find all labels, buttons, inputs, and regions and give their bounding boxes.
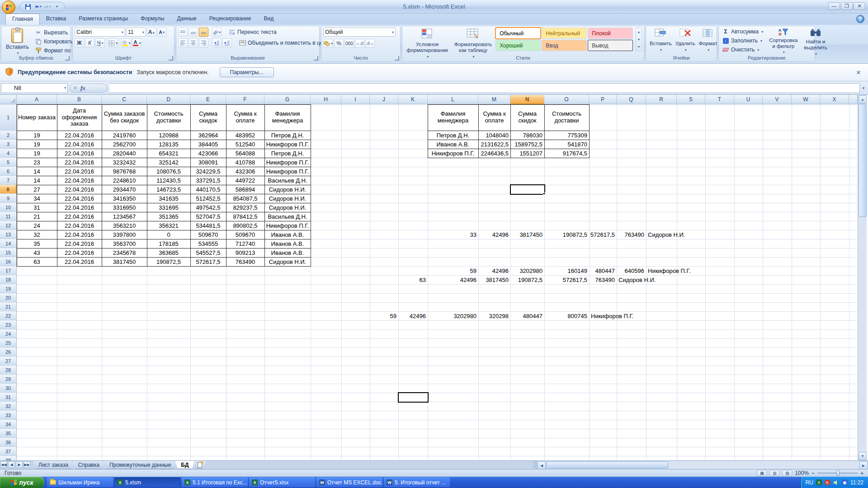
column-header-r[interactable]: R: [646, 95, 677, 104]
cell-b3[interactable]: 22.04.2016: [57, 140, 102, 149]
cell-b10[interactable]: 22.04.2016: [57, 203, 102, 212]
maximize-button[interactable]: ❐: [841, 2, 853, 10]
last-sheet-icon[interactable]: ▶▶: [24, 461, 30, 468]
page-break-view-icon[interactable]: ▨: [782, 470, 792, 476]
page-layout-view-icon[interactable]: ▥: [769, 470, 779, 476]
cell-d13[interactable]: 0: [147, 230, 191, 239]
zoom-in-icon[interactable]: +: [861, 470, 863, 476]
cell-l22[interactable]: 3202980: [428, 311, 478, 320]
sheet-tab-Лист заказа[interactable]: Лист заказа: [33, 461, 74, 469]
cell-g3[interactable]: Никифоров П.Г.: [264, 140, 311, 149]
cell-l4[interactable]: Никифоров П.Г.: [428, 149, 479, 158]
wrap-text-button[interactable]: Перенос текста: [227, 28, 278, 36]
row-header-5[interactable]: 5: [0, 158, 17, 167]
scroll-right-icon[interactable]: ▶: [859, 461, 868, 469]
cell-e7[interactable]: 337291,5: [190, 176, 226, 185]
cell-style-Вывод[interactable]: Вывод: [588, 40, 633, 51]
accounting-format-button[interactable]: ▾: [323, 39, 333, 48]
column-header-x[interactable]: X: [820, 95, 849, 104]
taskbar-button-Шильман Ирина[interactable]: Шильман Ирина: [47, 478, 113, 487]
row-header-34[interactable]: 34: [0, 420, 17, 429]
row-header-12[interactable]: 12: [0, 221, 17, 230]
column-header-l[interactable]: L: [428, 95, 478, 104]
cell-c12[interactable]: 3563210: [102, 221, 147, 230]
vertical-scrollbar[interactable]: ▲ ▼: [858, 95, 867, 460]
row-header-16[interactable]: 16: [0, 257, 17, 266]
tray-alert-icon[interactable]: K: [825, 479, 830, 485]
cell-b15[interactable]: 22.04.2016: [57, 248, 102, 258]
row-header-22[interactable]: 22: [0, 311, 17, 320]
gallery-up-icon[interactable]: ▲: [636, 28, 642, 36]
help-icon[interactable]: ?: [856, 15, 864, 23]
bordered-cell-k31[interactable]: [398, 392, 429, 403]
cell-c14[interactable]: 3563700: [102, 239, 147, 249]
row-header-8[interactable]: 8: [0, 185, 17, 194]
cell-e15[interactable]: 545527,5: [190, 248, 226, 258]
borders-button[interactable]: ▾: [108, 38, 118, 47]
cell-c8[interactable]: 2934470: [102, 185, 147, 194]
cell-p22[interactable]: Никифоров П.Г.: [589, 311, 617, 320]
row-header-33[interactable]: 33: [0, 411, 17, 420]
ribbon-tab-Вставка[interactable]: Вставка: [40, 14, 73, 25]
cell-n4[interactable]: 1551207: [510, 149, 545, 158]
cell-g6[interactable]: Никифоров П.Г.: [264, 167, 311, 176]
font-color-button[interactable]: А▾: [132, 38, 142, 47]
horizontal-scroll-thumb[interactable]: [546, 461, 668, 469]
font-dialog-launcher[interactable]: [169, 56, 173, 61]
row-header-26[interactable]: 26: [0, 347, 17, 357]
cell-g16[interactable]: Сидоров Н.И.: [264, 257, 311, 267]
clear-button[interactable]: Очистить▾: [721, 46, 764, 54]
row-header-15[interactable]: 15: [0, 248, 17, 257]
cell-a11[interactable]: 21: [17, 212, 57, 221]
cell-a10[interactable]: 31: [17, 203, 57, 212]
fill-handle[interactable]: [543, 192, 545, 195]
office-button[interactable]: [2, 0, 15, 14]
insert-function-area[interactable]: fx: [70, 84, 108, 93]
cell-q18[interactable]: Сидоров Н.И.: [617, 275, 646, 284]
cell-g15[interactable]: Иванов А.В.: [264, 248, 311, 258]
cell-f12[interactable]: 890802,5: [226, 221, 265, 230]
minimize-button[interactable]: —: [828, 2, 840, 10]
increase-decimal-button[interactable]: ←,0: [355, 39, 364, 48]
column-header-w[interactable]: W: [792, 95, 820, 104]
align-top-button[interactable]: [178, 28, 188, 37]
ribbon-tab-Главная[interactable]: Главная: [5, 14, 40, 25]
scroll-down-icon[interactable]: ▼: [859, 452, 867, 460]
column-header-c[interactable]: C: [102, 95, 147, 104]
column-header-g[interactable]: G: [264, 95, 311, 104]
cell-b13[interactable]: 22.04.2016: [57, 230, 102, 239]
cell-d2[interactable]: 120988: [147, 131, 191, 140]
ribbon-tab-Формулы[interactable]: Формулы: [134, 14, 170, 25]
find-select-button[interactable]: Найти и выделить▾: [802, 28, 829, 57]
cell-b1[interactable]: Дата оформления заказа: [57, 104, 102, 131]
cell-b6[interactable]: 22.04.2016: [57, 167, 102, 176]
cell-n17[interactable]: 3202980: [510, 266, 544, 275]
column-header-o[interactable]: O: [544, 95, 589, 104]
align-left-button[interactable]: [178, 38, 188, 47]
cell-m13[interactable]: 42496: [478, 230, 510, 239]
cell-e4[interactable]: 423066: [190, 149, 226, 158]
cell-d9[interactable]: 341635: [147, 194, 191, 203]
font-name-select[interactable]: Calibri▾: [75, 28, 125, 37]
column-header-f[interactable]: F: [226, 95, 264, 104]
column-header-s[interactable]: S: [677, 95, 705, 104]
column-header-v[interactable]: V: [763, 95, 792, 104]
cell-g14[interactable]: Иванов А.В.: [264, 239, 311, 249]
cell-f3[interactable]: 512540: [226, 140, 265, 149]
cell-a1[interactable]: Номер заказа: [17, 104, 57, 131]
cell-b5[interactable]: 22.04.2016: [57, 158, 102, 167]
cell-d14[interactable]: 178185: [147, 239, 191, 249]
cell-f4[interactable]: 564088: [226, 149, 265, 158]
row-header-21[interactable]: 21: [0, 302, 17, 311]
cell-n18[interactable]: 190872,5: [510, 275, 544, 284]
cell-a13[interactable]: 32: [17, 230, 57, 239]
bold-button[interactable]: Ж: [75, 38, 84, 47]
cell-f13[interactable]: 509670: [226, 230, 265, 239]
cell-o1[interactable]: Стоимость доставки: [544, 104, 590, 131]
fill-button[interactable]: ↓Заполнить▾: [721, 37, 764, 45]
cell-g13[interactable]: Иванов А.В.: [264, 230, 311, 239]
cell-a3[interactable]: 19: [17, 140, 57, 149]
cell-m22[interactable]: 320298: [478, 311, 510, 320]
cell-m3[interactable]: 2131622,5: [478, 140, 511, 149]
cell-b14[interactable]: 22.04.2016: [57, 239, 102, 249]
